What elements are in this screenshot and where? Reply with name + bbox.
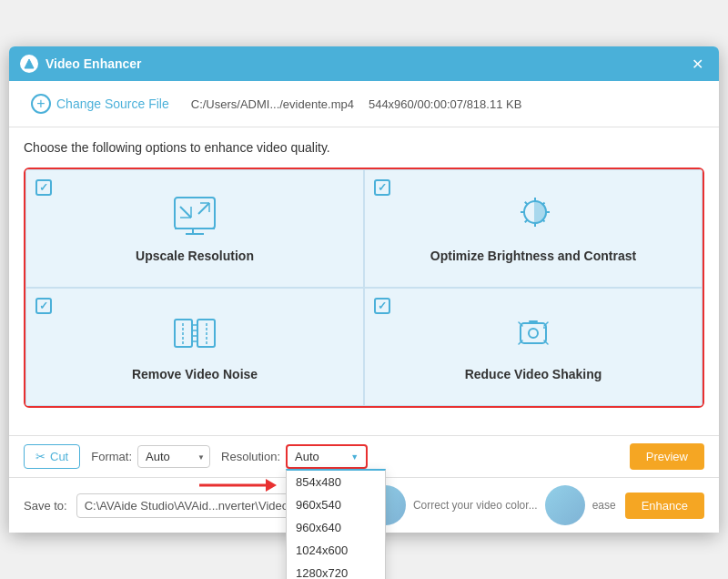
change-source-button[interactable]: + Change Source File	[24, 90, 177, 117]
preview-text: Correct your video color...	[413, 499, 538, 512]
checkbox-brightness[interactable]	[374, 179, 390, 196]
instruction-text: Choose the following options to enhance …	[24, 140, 704, 155]
plus-icon: +	[31, 94, 51, 114]
option-noise[interactable]: Remove Video Noise	[25, 288, 364, 406]
resolution-label: Resolution:	[221, 450, 280, 463]
title-bar: Video Enhancer ✕	[9, 46, 719, 81]
svg-rect-1	[175, 198, 215, 229]
resolution-select-container: Auto ▼ 854x480 960x540 960x640 1024x600 …	[286, 444, 368, 469]
cut-button[interactable]: ✂ Cut	[24, 444, 80, 469]
toolbar: + Change Source File C:/Users/ADMI.../ev…	[9, 81, 719, 127]
svg-marker-0	[25, 59, 34, 68]
ease-text: ease	[592, 499, 616, 512]
shake-icon	[510, 312, 557, 358]
enhance-button[interactable]: Enhance	[625, 493, 704, 519]
preview-button[interactable]: Preview	[630, 443, 704, 470]
resolution-option-960b[interactable]: 960x640	[287, 516, 385, 539]
resolution-display[interactable]: Auto ▼	[286, 444, 368, 469]
svg-rect-20	[521, 323, 546, 343]
format-select-wrapper: Auto MP4 AVI MOV	[137, 445, 210, 468]
resolution-option-1280[interactable]: 1280x720	[287, 562, 385, 579]
save-path-input[interactable]	[76, 493, 321, 518]
noise-icon	[171, 312, 218, 358]
preview-circle-2	[545, 485, 585, 525]
svg-line-5	[180, 207, 191, 218]
checkbox-upscale[interactable]	[35, 179, 52, 196]
format-section: Format: Auto MP4 AVI MOV	[91, 445, 210, 468]
upscale-icon	[171, 194, 218, 239]
checkbox-noise[interactable]	[35, 298, 52, 314]
resolution-option-854[interactable]: 854x480	[287, 471, 385, 493]
option-shake[interactable]: Reduce Video Shaking	[364, 288, 703, 406]
change-source-label: Change Source File	[56, 96, 169, 111]
format-label: Format:	[91, 450, 132, 463]
save-to-label: Save to:	[24, 499, 67, 513]
close-button[interactable]: ✕	[686, 53, 708, 75]
preview-thumbnails: Correct your video color... ease	[366, 485, 616, 525]
resolution-option-960a[interactable]: 960x540	[287, 493, 385, 516]
option-upscale[interactable]: Upscale Resolution	[25, 169, 364, 288]
resolution-dropdown-scroll[interactable]: 854x480 960x540 960x640 1024x600 1280x72…	[287, 471, 385, 579]
file-meta: 544x960/00:00:07/818.11 KB	[369, 97, 521, 111]
svg-point-21	[529, 329, 538, 338]
resolution-dropdown: 854x480 960x540 960x640 1024x600 1280x72…	[286, 469, 386, 579]
title-bar-left: Video Enhancer	[20, 55, 142, 73]
dropdown-arrow: ▼	[350, 452, 359, 462]
bottom-bar: ✂ Cut Format: Auto MP4 AVI MOV Resolutio…	[9, 435, 719, 477]
scissors-icon: ✂	[35, 450, 46, 463]
main-content: Choose the following options to enhance …	[9, 127, 719, 435]
resolution-section: Resolution: Auto ▼ 854x480 960x540 960x6…	[221, 444, 368, 469]
cut-label: Cut	[50, 450, 68, 463]
window-title: Video Enhancer	[46, 56, 142, 71]
option-brightness[interactable]: Optimize Brightness and Contrast	[364, 169, 703, 288]
resolution-value: Auto	[295, 450, 319, 463]
checkbox-shake[interactable]	[374, 298, 390, 314]
format-select[interactable]: Auto MP4 AVI MOV	[137, 445, 210, 468]
app-icon	[20, 55, 38, 73]
file-path: C:/Users/ADMI.../evidente.mp4	[191, 97, 354, 111]
brightness-label: Optimize Brightness and Contrast	[430, 249, 636, 263]
brightness-icon	[510, 194, 557, 239]
upscale-label: Upscale Resolution	[136, 249, 254, 263]
svg-line-8	[198, 203, 209, 214]
options-grid: Upscale Resolution	[24, 168, 704, 408]
file-info: C:/Users/ADMI.../evidente.mp4 544x960/00…	[191, 97, 522, 111]
shake-label: Reduce Video Shaking	[465, 367, 602, 381]
resolution-option-1024[interactable]: 1024x600	[287, 539, 385, 562]
noise-label: Remove Video Noise	[132, 367, 258, 381]
app-window: Video Enhancer ✕ + Change Source File C:…	[9, 46, 719, 533]
